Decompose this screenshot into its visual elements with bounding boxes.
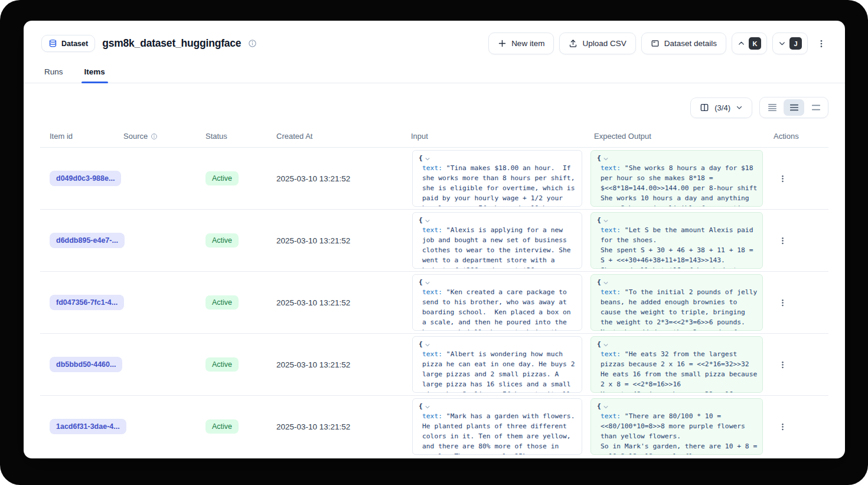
dataset-type-badge: Dataset bbox=[41, 35, 95, 52]
collapse-chevron-icon[interactable] bbox=[425, 404, 430, 410]
created-at-cell: 2025-03-10 13:21:52 bbox=[267, 210, 402, 271]
json-brace: { bbox=[597, 215, 601, 225]
column-header-created-at[interactable]: Created At bbox=[267, 126, 402, 147]
app-window: Dataset gsm8k_dataset_huggingface New it… bbox=[24, 21, 845, 458]
items-table: Item id Source Status Created At Input E… bbox=[40, 126, 828, 458]
columns-selector-button[interactable]: (3/4) bbox=[690, 97, 752, 118]
header-more-actions-button[interactable] bbox=[813, 32, 830, 54]
column-header-item-id[interactable]: Item id bbox=[40, 126, 114, 147]
avatar: J bbox=[789, 37, 802, 50]
collapse-chevron-icon[interactable] bbox=[603, 280, 609, 286]
created-at-cell: 2025-03-10 13:21:52 bbox=[267, 148, 402, 209]
plus-icon bbox=[498, 39, 507, 48]
column-header-status[interactable]: Status bbox=[196, 126, 267, 147]
row-height-toggle bbox=[759, 97, 828, 118]
input-json-cell[interactable]: {text: "Alexis is applying for a new job… bbox=[412, 212, 582, 269]
json-key: text: bbox=[601, 350, 621, 358]
collapse-chevron-icon[interactable] bbox=[425, 156, 430, 162]
input-json-cell[interactable]: {text: "Albert is wondering how much piz… bbox=[412, 336, 582, 393]
collapse-chevron-icon[interactable] bbox=[603, 404, 609, 410]
json-brace: { bbox=[597, 153, 601, 163]
column-header-input[interactable]: Input bbox=[402, 126, 585, 147]
json-value: "Tina makes $18.00 an hour. If she works… bbox=[422, 164, 579, 207]
item-id-badge[interactable]: fd047356-7fc1-4... bbox=[50, 295, 124, 310]
tab-bar: Runs Items bbox=[24, 62, 845, 83]
json-value: "To the initial 2 pounds of jelly beans,… bbox=[601, 288, 761, 331]
kebab-menu-icon bbox=[817, 38, 826, 49]
row-height-small-button[interactable] bbox=[762, 99, 782, 116]
row-actions-button[interactable] bbox=[775, 232, 791, 249]
column-header-source[interactable]: Source bbox=[114, 126, 196, 147]
table-row: fd047356-7fc1-4... Active 2025-03-10 13:… bbox=[40, 272, 828, 334]
collapse-chevron-icon[interactable] bbox=[425, 218, 430, 224]
row-height-small-icon bbox=[768, 103, 777, 112]
input-json-cell[interactable]: {text: "Tina makes $18.00 an hour. If sh… bbox=[412, 150, 582, 207]
expected-output-json-cell[interactable]: {text: "To the initial 2 pounds of jelly… bbox=[590, 274, 763, 331]
json-brace: { bbox=[597, 277, 601, 287]
new-item-button[interactable]: New item bbox=[488, 32, 554, 54]
page-header: Dataset gsm8k_dataset_huggingface New it… bbox=[24, 21, 845, 54]
created-at-cell: 2025-03-10 13:21:52 bbox=[267, 334, 402, 395]
chevron-up-icon bbox=[738, 40, 745, 47]
table-toolbar: (3/4) bbox=[24, 83, 845, 126]
tab-runs[interactable]: Runs bbox=[41, 62, 66, 83]
status-badge: Active bbox=[205, 233, 239, 248]
input-json-cell[interactable]: {text: "Mark has a garden with flowers. … bbox=[412, 398, 582, 455]
json-value: "Let S be the amount Alexis paid for the… bbox=[601, 226, 757, 269]
source-cell bbox=[114, 148, 196, 209]
row-actions-button[interactable] bbox=[775, 170, 791, 187]
json-key: text: bbox=[601, 226, 621, 234]
expected-output-json-cell[interactable]: {text: "There are 80/100 * 10 = <<80/100… bbox=[590, 398, 763, 455]
dataset-badge-label: Dataset bbox=[61, 40, 88, 48]
column-header-expected-output[interactable]: Expected Output bbox=[585, 126, 764, 147]
input-json-cell[interactable]: {text: "Ken created a care package to se… bbox=[412, 274, 582, 331]
row-actions-button[interactable] bbox=[775, 294, 791, 311]
status-badge: Active bbox=[205, 295, 239, 310]
expected-output-json-cell[interactable]: {text: "She works 8 hours a day for $18 … bbox=[590, 150, 763, 207]
row-height-medium-icon bbox=[789, 103, 799, 112]
collapse-chevron-icon[interactable] bbox=[425, 342, 430, 348]
json-key: text: bbox=[601, 164, 621, 172]
collapse-chevron-icon[interactable] bbox=[425, 280, 430, 286]
next-user-button[interactable]: J bbox=[772, 32, 808, 54]
tab-items[interactable]: Items bbox=[81, 62, 108, 83]
item-id-badge[interactable]: d6ddb895-e4e7-... bbox=[50, 233, 125, 248]
new-item-label: New item bbox=[511, 39, 544, 48]
row-height-medium-button[interactable] bbox=[784, 99, 804, 116]
json-key: text: bbox=[422, 164, 442, 172]
database-icon bbox=[48, 39, 57, 48]
json-brace: { bbox=[419, 215, 423, 225]
dataset-details-button[interactable]: Dataset details bbox=[641, 32, 726, 54]
chevron-down-icon bbox=[736, 104, 743, 111]
json-value: "Mark has a garden with flowers. He plan… bbox=[422, 412, 579, 455]
row-height-large-button[interactable] bbox=[805, 99, 826, 116]
row-height-large-icon bbox=[811, 103, 821, 112]
row-actions-button[interactable] bbox=[775, 356, 791, 373]
table-header-row: Item id Source Status Created At Input E… bbox=[40, 126, 828, 148]
collapse-chevron-icon[interactable] bbox=[603, 156, 609, 162]
expected-output-json-cell[interactable]: {text: "He eats 32 from the largest pizz… bbox=[590, 336, 763, 393]
json-key: text: bbox=[601, 412, 621, 420]
upload-csv-label: Upload CSV bbox=[582, 39, 626, 48]
title-info-icon[interactable] bbox=[248, 39, 257, 48]
source-info-icon[interactable] bbox=[151, 133, 158, 140]
expected-output-json-cell[interactable]: {text: "Let S be the amount Alexis paid … bbox=[590, 212, 763, 269]
json-key: text: bbox=[422, 350, 442, 358]
json-brace: { bbox=[419, 401, 423, 411]
row-actions-button[interactable] bbox=[775, 418, 791, 435]
collapse-chevron-icon[interactable] bbox=[603, 218, 609, 224]
upload-csv-button[interactable]: Upload CSV bbox=[559, 32, 635, 54]
item-id-badge[interactable]: db5bbd50-4460... bbox=[50, 357, 122, 372]
json-key: text: bbox=[601, 288, 621, 296]
json-value: "Ken created a care package to send to h… bbox=[422, 288, 575, 331]
prev-user-button[interactable]: K bbox=[732, 32, 767, 54]
columns-count-label: (3/4) bbox=[714, 103, 730, 112]
chevron-down-icon bbox=[778, 40, 786, 47]
details-panel-icon bbox=[651, 39, 660, 48]
item-id-badge[interactable]: d049d0c3-988e... bbox=[50, 171, 121, 186]
json-value: "Alexis is applying for a new job and bo… bbox=[422, 226, 575, 269]
table-row: d049d0c3-988e... Active 2025-03-10 13:21… bbox=[40, 148, 828, 210]
created-at-cell: 2025-03-10 13:21:52 bbox=[267, 272, 402, 333]
json-key: text: bbox=[422, 288, 442, 296]
collapse-chevron-icon[interactable] bbox=[603, 342, 609, 348]
